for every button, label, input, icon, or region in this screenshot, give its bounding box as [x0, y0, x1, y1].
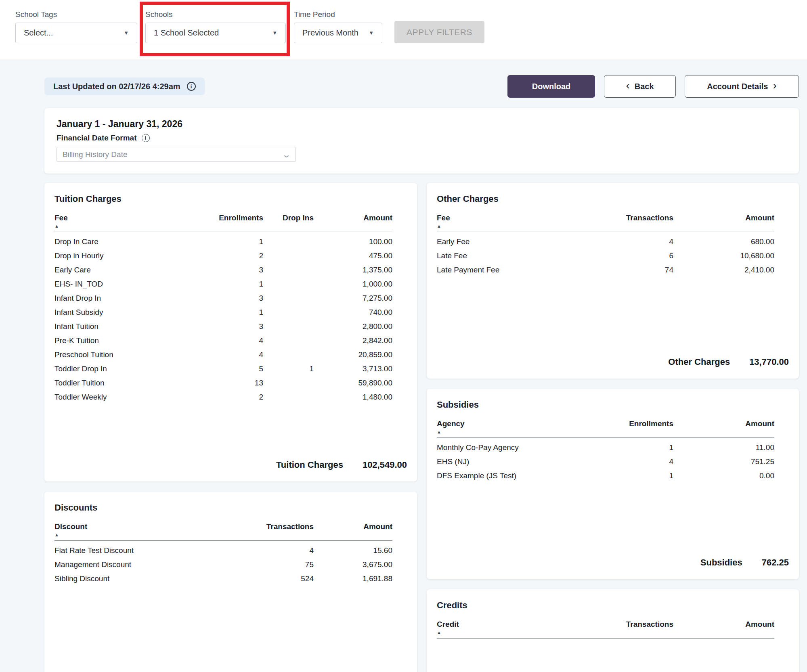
time-period-value: Previous Month: [302, 28, 358, 38]
column-header-amount[interactable]: Amount: [673, 618, 774, 639]
total-row: Other Charges 13,770.00: [437, 349, 789, 367]
tuition-charges-table: Fee▲EnrollmentsDrop InsAmount Drop In Ca…: [54, 212, 392, 404]
back-button[interactable]: ‹ Back: [604, 75, 676, 98]
table-row: Late Fee610,680.00: [437, 249, 774, 263]
column-header-label: Enrollments: [219, 214, 263, 222]
table-cell: 4: [552, 455, 673, 469]
table-cell: 1: [197, 232, 263, 249]
table-cell: Management Discount: [54, 558, 180, 572]
table-row: Pre-K Tuition42,842.00: [54, 334, 392, 348]
table-row: Drop in Hourly2475.00: [54, 249, 392, 263]
table-row: Management Discount753,675.00: [54, 558, 392, 572]
table-cell: Flat Rate Test Discount: [54, 541, 180, 558]
table-cell: [263, 390, 314, 404]
table-row: Early Fee4680.00: [437, 232, 774, 249]
date-format-select[interactable]: Billing History Date ⌄: [57, 147, 296, 162]
school-tags-value: Select...: [24, 28, 53, 38]
column-header-enrollments[interactable]: Enrollments: [197, 212, 263, 232]
table-cell: Sibling Discount: [54, 572, 180, 586]
financial-summary-page: School Tags Select... ▼ Schools 1 School…: [0, 0, 807, 672]
sort-ascending-icon: ▲: [54, 532, 180, 537]
download-button[interactable]: Download: [507, 75, 595, 98]
column-header-label: Amount: [745, 214, 774, 222]
table-cell: 10,680.00: [673, 249, 774, 263]
total-label: Other Charges: [668, 357, 730, 367]
column-header-discount[interactable]: Discount▲: [54, 521, 180, 541]
column-header-transactions[interactable]: Transactions: [552, 618, 673, 639]
schools-label: Schools: [145, 10, 286, 19]
table-cell: 2: [197, 390, 263, 404]
column-header-enrollments[interactable]: Enrollments: [552, 418, 673, 438]
table-cell: 5: [197, 362, 263, 376]
table-row: EHS- IN_TOD11,000.00: [54, 277, 392, 291]
filter-group-school-tags: School Tags Select... ▼: [15, 10, 137, 43]
schools-select[interactable]: 1 School Selected ▼: [145, 23, 286, 43]
column-header-fee[interactable]: Fee▲: [54, 212, 197, 232]
table-cell: [263, 249, 314, 263]
filter-group-time-period: Time Period Previous Month ▼: [294, 10, 382, 43]
column-header-fee[interactable]: Fee▲: [437, 212, 552, 232]
card-title: Tuition Charges: [54, 183, 407, 204]
table-cell: 3,675.00: [314, 558, 392, 572]
table-header-row: Agency▲EnrollmentsAmount: [437, 418, 774, 438]
column-header-credit[interactable]: Credit▲: [437, 618, 552, 639]
table-row: DFS Example (JS Test)10.00: [437, 469, 774, 483]
table-row: Flat Rate Test Discount415.60: [54, 541, 392, 558]
column-header-label: Discount: [54, 522, 87, 531]
chevron-right-icon: ›: [773, 80, 776, 91]
table-header-row: Credit▲TransactionsAmount: [437, 618, 774, 639]
credits-table: Credit▲TransactionsAmount: [437, 618, 774, 639]
card-title: Discounts: [54, 492, 407, 513]
time-period-select[interactable]: Previous Month ▼: [294, 23, 382, 43]
date-format-line: Financial Date Format i: [57, 134, 789, 142]
table-cell: [263, 306, 314, 320]
column-header-transactions[interactable]: Transactions: [180, 521, 314, 541]
column-header-agency[interactable]: Agency▲: [437, 418, 552, 438]
table-cell: 1,375.00: [314, 263, 392, 277]
column-header-label: Amount: [745, 419, 774, 428]
table-cell: Toddler Weekly: [54, 390, 197, 404]
toolbar-actions: Download ‹ Back Account Details ›: [507, 75, 799, 98]
table-cell: 1,480.00: [314, 390, 392, 404]
table-cell: 3,713.00: [314, 362, 392, 376]
table-cell: Monthly Co-Pay Agency: [437, 438, 552, 455]
table-cell: Early Fee: [437, 232, 552, 249]
total-label: Subsidies: [700, 557, 742, 568]
info-icon[interactable]: i: [187, 82, 196, 91]
table-cell: 6: [552, 249, 673, 263]
table-cell: Drop in Hourly: [54, 249, 197, 263]
table-cell: Drop In Care: [54, 232, 197, 249]
account-details-label: Account Details: [707, 82, 768, 91]
table-header-row: Discount▲TransactionsAmount: [54, 521, 392, 541]
column-header-label: Amount: [363, 522, 392, 531]
info-icon[interactable]: i: [142, 134, 150, 142]
apply-filters-button[interactable]: APPLY FILTERS: [394, 21, 484, 43]
account-details-button[interactable]: Account Details ›: [685, 75, 799, 98]
total-value: 762.25: [762, 557, 789, 568]
column-header-label: Transactions: [626, 620, 673, 628]
table-cell: [263, 232, 314, 249]
other-charges-table: Fee▲TransactionsAmount Early Fee4680.00L…: [437, 212, 774, 277]
subsidies-table: Agency▲EnrollmentsAmount Monthly Co-Pay …: [437, 418, 774, 483]
table-cell: [263, 277, 314, 291]
column-header-amount[interactable]: Amount: [673, 418, 774, 438]
sort-ascending-icon: ▲: [437, 224, 552, 228]
table-cell: Infant Drop In: [54, 291, 197, 306]
column-header-drop-ins[interactable]: Drop Ins: [263, 212, 314, 232]
table-cell: 100.00: [314, 232, 392, 249]
table-row: Infant Tuition32,800.00: [54, 320, 392, 334]
school-tags-select[interactable]: Select... ▼: [15, 23, 137, 43]
chevron-down-icon: ▼: [124, 30, 129, 36]
column-header-amount[interactable]: Amount: [673, 212, 774, 232]
table-cell: [263, 334, 314, 348]
column-header-transactions[interactable]: Transactions: [552, 212, 673, 232]
column-header-amount[interactable]: Amount: [314, 212, 392, 232]
date-range-title: January 1 - January 31, 2026: [57, 108, 789, 130]
table-cell: 4: [552, 232, 673, 249]
column-header-amount[interactable]: Amount: [314, 521, 392, 541]
chevron-down-icon: ▼: [272, 30, 277, 36]
table-cell: 1: [552, 438, 673, 455]
main-content: Last Updated on 02/17/26 4:29am i Downlo…: [0, 59, 807, 672]
last-updated-text: Last Updated on 02/17/26 4:29am: [53, 82, 180, 91]
discounts-card: Discounts Discount▲TransactionsAmount Fl…: [44, 492, 417, 672]
